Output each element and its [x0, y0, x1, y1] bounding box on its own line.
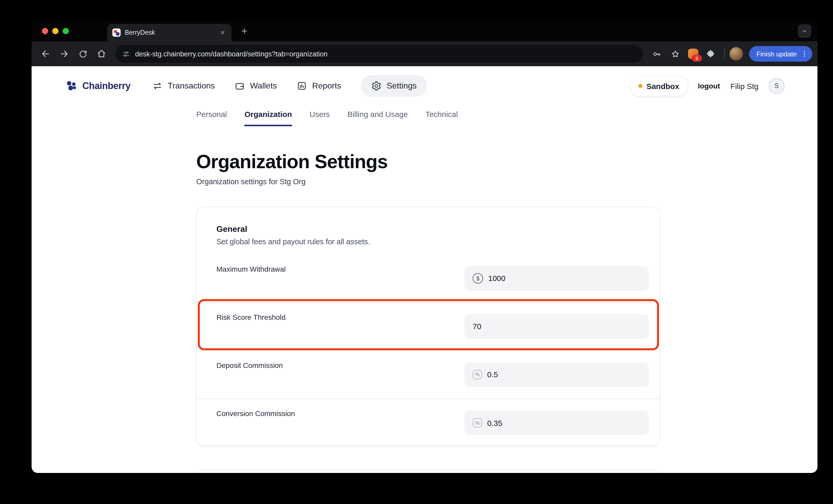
- new-tab-button[interactable]: [238, 24, 251, 38]
- screenshot-canvas: BerryDesk: [0, 0, 833, 504]
- card-title: General: [216, 225, 640, 234]
- extension-with-badge-icon[interactable]: 9: [686, 46, 701, 61]
- card-description: Set global fees and payout rules for all…: [216, 237, 640, 246]
- page-title: Organization Settings: [196, 151, 817, 173]
- row-maximum-withdrawal: Maximum Withdrawal $: [197, 254, 660, 302]
- finish-update-label: Finish update: [756, 50, 797, 58]
- nav-item-wallets[interactable]: Wallets: [235, 81, 277, 91]
- header-right-cluster: Sandbox logout Filip Stg S: [630, 76, 784, 96]
- chainberry-logo[interactable]: Chainberry: [65, 79, 130, 93]
- title-block: Organization Settings Organization setti…: [31, 151, 817, 186]
- fullscreen-window-button[interactable]: [63, 28, 69, 34]
- minimize-window-button[interactable]: [52, 28, 58, 34]
- url-text: desk-stg.chainberry.com/dashboard/settin…: [135, 50, 328, 58]
- dollar-icon: $: [473, 273, 483, 283]
- wallet-icon: [235, 81, 245, 91]
- tab-billing-and-usage[interactable]: Billing and Usage: [348, 110, 408, 126]
- web-page: Chainberry Transactions Wallets: [31, 66, 817, 473]
- reload-button[interactable]: [74, 45, 92, 62]
- general-settings-card: General Set global fees and payout rules…: [196, 206, 660, 446]
- row-label: Risk Score Threshold: [216, 313, 286, 321]
- app-header: Chainberry Transactions Wallets: [31, 66, 817, 105]
- close-window-button[interactable]: [42, 28, 48, 34]
- logo-text: Chainberry: [82, 80, 130, 91]
- back-button[interactable]: [37, 45, 54, 62]
- transactions-icon: [152, 81, 163, 91]
- user-name: Filip Stg: [731, 81, 758, 90]
- card-header: General Set global fees and payout rules…: [197, 207, 660, 246]
- page-subtitle: Organization settings for Stg Org: [196, 177, 817, 186]
- row-conversion-commission: Conversion Commission %: [197, 399, 660, 447]
- risk-score-threshold-field[interactable]: [465, 314, 649, 339]
- logout-link[interactable]: logout: [698, 82, 720, 90]
- nav-item-settings[interactable]: Settings: [361, 75, 427, 97]
- row-label: Conversion Commission: [216, 409, 295, 418]
- address-bar[interactable]: desk-stg.chainberry.com/dashboard/settin…: [115, 45, 643, 62]
- maximum-withdrawal-input[interactable]: [488, 274, 640, 282]
- settings-tab-bar: Personal Organization Users Billing and …: [31, 110, 817, 126]
- site-settings-icon[interactable]: [122, 49, 130, 58]
- percent-icon: %: [473, 370, 482, 379]
- row-label: Maximum Withdrawal: [216, 265, 286, 273]
- browser-tab-strip: BerryDesk: [31, 20, 817, 42]
- sandbox-status-dot: [638, 84, 642, 88]
- window-controls: [42, 20, 69, 42]
- tab-technical[interactable]: Technical: [426, 110, 458, 126]
- extensions-puzzle-icon[interactable]: [702, 45, 720, 62]
- maximum-withdrawal-field[interactable]: $: [465, 266, 649, 291]
- browser-window: BerryDesk: [31, 20, 817, 473]
- percent-icon: %: [473, 418, 482, 427]
- row-label: Deposit Commission: [216, 361, 283, 369]
- tab-personal[interactable]: Personal: [196, 110, 227, 126]
- row-risk-score-threshold: Risk Score Threshold: [197, 302, 660, 350]
- forward-button[interactable]: [55, 45, 73, 62]
- browser-profile-avatar[interactable]: [730, 47, 743, 60]
- nav-label: Wallets: [250, 81, 277, 91]
- toolbar-divider: [724, 49, 725, 59]
- nav-label: Reports: [312, 81, 341, 91]
- password-key-icon[interactable]: [648, 45, 666, 62]
- tab-close-icon[interactable]: [218, 28, 227, 37]
- environment-label: Sandbox: [646, 81, 679, 90]
- conversion-commission-field[interactable]: %: [465, 410, 649, 435]
- tab-title: BerryDesk: [125, 29, 214, 36]
- tab-users[interactable]: Users: [310, 110, 330, 126]
- bookmark-star-icon[interactable]: [667, 45, 684, 62]
- environment-badge[interactable]: Sandbox: [630, 76, 688, 96]
- berry-logo-icon: [65, 79, 78, 93]
- nav-item-transactions[interactable]: Transactions: [152, 81, 215, 91]
- row-deposit-commission: Deposit Commission %: [197, 350, 660, 399]
- nav-label: Transactions: [168, 81, 215, 91]
- settings-rows: Maximum Withdrawal $ Risk Score Threshol…: [197, 254, 660, 447]
- browser-toolbar: desk-stg.chainberry.com/dashboard/settin…: [31, 42, 817, 66]
- extension-badge: 9: [692, 55, 702, 61]
- tab-search-chevron-icon[interactable]: [798, 24, 811, 38]
- home-button[interactable]: [93, 45, 110, 62]
- reports-icon: [296, 81, 307, 91]
- main-nav: Transactions Wallets Reports: [152, 75, 427, 97]
- conversion-commission-input[interactable]: [487, 418, 640, 427]
- browser-tab-berrydesk[interactable]: BerryDesk: [107, 24, 232, 42]
- nav-item-reports[interactable]: Reports: [296, 81, 341, 91]
- gear-icon: [371, 81, 382, 91]
- finish-update-button[interactable]: Finish update: [749, 46, 812, 61]
- nav-label: Settings: [387, 81, 417, 91]
- deposit-commission-field[interactable]: %: [465, 362, 649, 387]
- browser-menu-dots-icon[interactable]: [800, 49, 809, 58]
- deposit-commission-input[interactable]: [487, 370, 640, 379]
- tab-organization[interactable]: Organization: [244, 110, 292, 126]
- user-avatar[interactable]: S: [769, 78, 784, 94]
- risk-score-threshold-input[interactable]: [473, 322, 640, 331]
- berrydesk-favicon-icon: [112, 28, 121, 37]
- next-settings-card-partial: [196, 469, 660, 473]
